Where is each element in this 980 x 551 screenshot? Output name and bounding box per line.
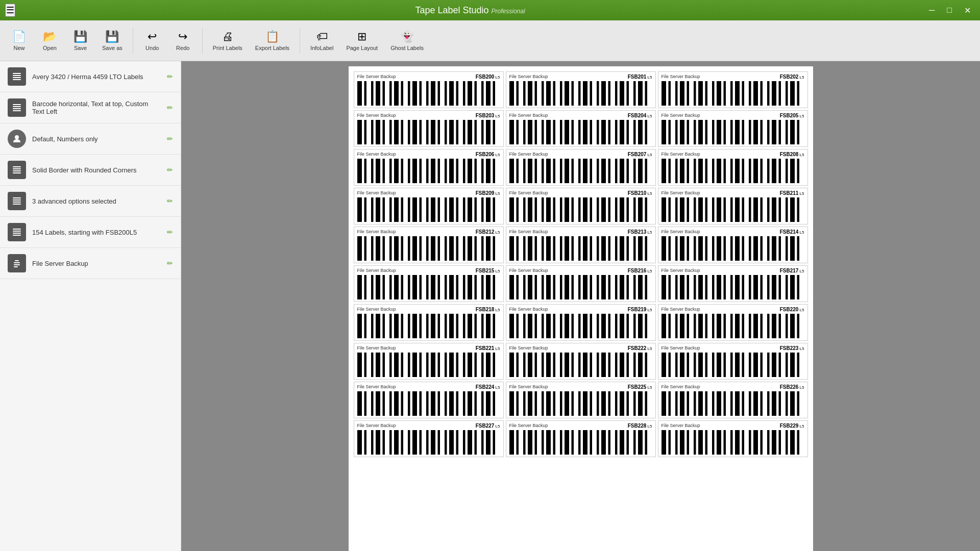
sidebar-item-count[interactable]: 154 Labels, starting with FSB200L5 ✏ [0,217,181,248]
svg-rect-737 [797,353,799,377]
minimize-button[interactable]: ─ [925,5,939,16]
label-header: File Server Backup FSB219 L5 [509,307,652,312]
svg-rect-595 [509,314,514,338]
border-edit[interactable]: ✏ [167,166,173,174]
svg-rect-614 [626,314,629,338]
layout-icon [8,98,26,117]
redo-icon: ↪ [178,30,187,43]
sidebar: Avery 3420 / Herma 4459 LTO Labels ✏ Bar… [0,61,181,551]
svg-rect-4 [13,104,21,105]
content-area[interactable]: File Server Backup FSB200 L5 File Server… [181,61,980,551]
svg-rect-14 [13,199,21,201]
svg-rect-873 [560,430,562,455]
svg-rect-821 [760,391,763,416]
undo-label: Undo [145,45,159,51]
svg-rect-630 [694,314,696,338]
svg-rect-903 [712,430,715,455]
toolbar-redo[interactable]: ↪ Redo [169,28,197,54]
toolbar-save[interactable]: 💾 Save [66,28,94,54]
label-title-text: File Server Backup [662,423,700,429]
svg-rect-782 [553,391,555,416]
svg-rect-285 [786,159,788,183]
svg-rect-656 [364,353,366,377]
ghost-labels-icon: 👻 [400,30,414,43]
count-edit[interactable]: ✏ [167,228,173,236]
svg-rect-912 [767,430,770,455]
toolbar-print[interactable]: 🖨 Print Labels [208,28,248,54]
svg-rect-612 [615,314,618,338]
toolbar-ghost-labels[interactable]: 👻 Ghost Labels [385,28,429,54]
menu-button[interactable]: ☰ [5,4,15,17]
svg-rect-701 [608,353,610,377]
label-title-text: File Server Backup [509,190,548,196]
svg-rect-395 [419,236,422,261]
label-code: FSB229 L5 [780,423,804,429]
svg-rect-295 [357,197,362,222]
svg-rect-187 [735,120,740,144]
svg-rect-525 [633,275,636,299]
maximize-button[interactable]: □ [943,5,956,16]
sidebar-item-label-type[interactable]: Avery 3420 / Herma 4459 LTO Labels ✏ [0,61,181,92]
svg-rect-356 [668,197,671,222]
svg-rect-191 [760,120,763,144]
sidebar-item-default[interactable]: Default, Numbers only ✏ [0,123,181,155]
toolbar-open[interactable]: 📂 Open [36,28,64,54]
svg-rect-660 [389,353,392,377]
svg-rect-727 [735,353,740,377]
svg-rect-59 [534,81,537,106]
svg-rect-616 [638,314,643,338]
toolbar-save-as[interactable]: 💾 Save as [97,28,128,54]
layout-edit[interactable]: ✏ [167,104,173,112]
svg-rect-826 [790,391,795,416]
svg-rect-763 [468,391,472,416]
svg-rect-237 [523,159,526,183]
toolbar-export[interactable]: 📋 Export Labels [250,28,295,54]
svg-rect-161 [608,120,610,144]
sidebar-item-layout[interactable]: Barcode horizontal, Text at top, Custom … [0,92,181,123]
advanced-edit[interactable]: ✏ [167,197,173,205]
svg-rect-756 [426,391,429,416]
svg-rect-419 [534,236,537,261]
sidebar-item-border[interactable]: Solid Border with Rounded Corners ✏ [0,155,181,186]
border-text: Solid Border with Rounded Corners [32,166,161,174]
svg-rect-42 [463,81,465,106]
svg-rect-89 [687,81,689,106]
label-title-text: File Server Backup [662,152,700,157]
svg-rect-641 [760,314,763,338]
toolbar-infolabel[interactable]: 🏷 InfoLabel [305,28,338,54]
label-type-edit[interactable]: ✏ [167,72,173,81]
label-header: File Server Backup FSB210 L5 [509,190,652,196]
close-button[interactable]: ✕ [960,5,975,16]
svg-rect-599 [534,314,537,338]
svg-rect-857 [493,430,495,455]
toolbar-new[interactable]: 📄 New [5,28,33,54]
toolbar-page-layout[interactable]: ⊞ Page Layout [341,28,383,54]
svg-rect-225 [481,159,484,183]
text-edit[interactable]: ✏ [167,259,173,267]
svg-rect-608 [590,314,592,338]
label-header: File Server Backup FSB222 L5 [509,345,652,351]
svg-rect-627 [675,314,678,338]
svg-rect-88 [680,81,684,106]
svg-rect-94 [717,81,721,106]
svg-rect-668 [437,353,440,377]
svg-rect-855 [481,430,484,455]
label-cell: File Server Backup FSB219 L5 [506,304,656,341]
svg-rect-2 [13,77,21,78]
sidebar-item-text[interactable]: File Server Backup ✏ [0,248,181,279]
label-header: File Server Backup FSB227 L5 [357,423,500,429]
toolbar-undo[interactable]: ↩ Undo [138,28,166,54]
svg-rect-400 [449,236,454,261]
svg-rect-640 [753,314,758,338]
default-edit[interactable]: ✏ [167,135,173,143]
label-cell: File Server Backup FSB228 L5 [506,420,656,457]
svg-rect-913 [772,430,776,455]
svg-rect-375 [786,197,788,222]
svg-rect-839 [382,430,385,455]
svg-rect-647 [797,314,799,338]
label-suffix: L5 [798,114,804,118]
sidebar-item-advanced[interactable]: 3 advanced options selected ✏ [0,186,181,217]
svg-rect-436 [638,236,643,261]
svg-rect-721 [698,353,703,377]
svg-rect-179 [687,120,689,144]
